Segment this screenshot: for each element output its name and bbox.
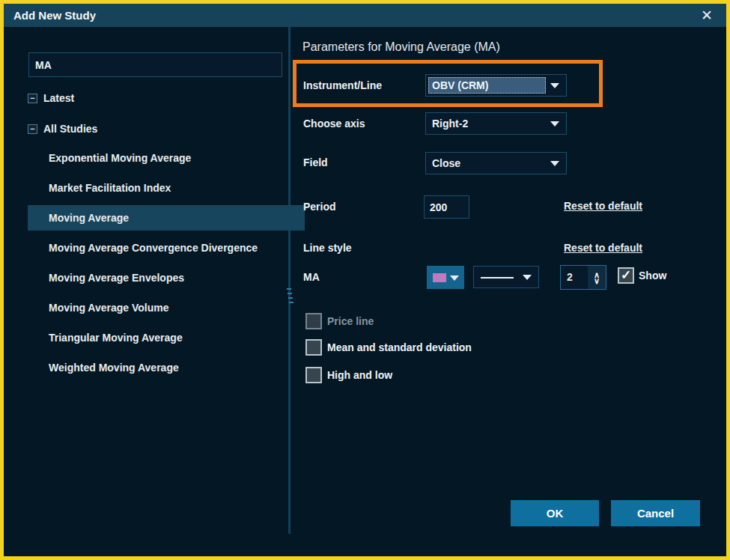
check-icon: ✓ [619, 269, 633, 282]
tree-item-label: Exponential Moving Average [49, 152, 191, 164]
chevron-down-icon [450, 276, 459, 281]
tree-group-label: All Studies [43, 123, 97, 135]
tree-item-label: Weighted Moving Average [49, 362, 179, 374]
tree-group-label: Latest [43, 92, 74, 104]
tree-item-market-facilitation-index[interactable]: Market Facilitation Index [4, 175, 329, 201]
study-search-input[interactable] [28, 52, 282, 77]
ma-line-width-value: 2 [561, 266, 588, 289]
tree-item-macd[interactable]: Moving Average Convergence Divergence [4, 235, 329, 261]
tree-group-latest[interactable]: − Latest [4, 85, 285, 111]
close-icon[interactable]: ✕ [696, 4, 717, 27]
tree-item-moving-average-volume[interactable]: Moving Average Volume [4, 295, 329, 320]
price-line-label: Price line [327, 313, 374, 329]
tree-item-label: Moving Average Convergence Divergence [49, 242, 258, 254]
field-label: Field [303, 155, 328, 170]
ma-label: MA [303, 270, 320, 284]
dialog-title: Add New Study [13, 4, 96, 27]
ma-color-picker-button[interactable] [427, 266, 464, 289]
parameters-heading: Parameters for Moving Average (MA) [302, 40, 500, 54]
high-and-low-label: High and low [327, 367, 392, 383]
show-label: Show [639, 268, 666, 283]
mean-std-deviation-checkbox[interactable] [305, 339, 322, 356]
price-line-checkbox [305, 313, 322, 329]
tree-item-label: Moving Average Envelopes [49, 272, 184, 284]
tree-item-label: Moving Average [49, 212, 129, 224]
tree-item-triangular-moving-average[interactable]: Triangular Moving Average [4, 325, 329, 350]
tree-item-moving-average-selected[interactable]: Moving Average [28, 205, 305, 231]
tree-item-moving-average-envelopes[interactable]: Moving Average Envelopes [4, 265, 329, 290]
line-style-label: Line style [303, 240, 352, 255]
choose-axis-label: Choose axis [303, 116, 365, 131]
ma-line-width-stepper[interactable]: 2 ∧ ∨ [560, 265, 606, 290]
high-and-low-checkbox[interactable] [305, 367, 322, 383]
stepper-down-icon[interactable]: ∨ [594, 278, 600, 284]
add-new-study-dialog: Add New Study ✕ − Latest − All Studies E… [0, 0, 730, 560]
field-value: Close [432, 153, 460, 174]
choose-axis-value: Right-2 [432, 113, 468, 134]
choose-axis-dropdown[interactable]: Right-2 [425, 112, 567, 135]
tree-group-all-studies[interactable]: − All Studies [4, 116, 285, 141]
cancel-button[interactable]: Cancel [611, 500, 700, 526]
title-bar: Add New Study ✕ [4, 4, 726, 27]
solid-line-sample [481, 277, 514, 279]
chevron-down-icon[interactable] [550, 121, 559, 127]
period-reset-link[interactable]: Reset to default [564, 200, 642, 212]
ok-button[interactable]: OK [511, 500, 599, 526]
chevron-down-icon[interactable] [550, 83, 559, 88]
tree-item-label: Moving Average Volume [49, 302, 169, 314]
instrument-line-dropdown[interactable]: OBV (CRM) [425, 74, 567, 97]
stepper-buttons[interactable]: ∧ ∨ [588, 266, 606, 289]
mean-std-deviation-label: Mean and standard deviation [327, 339, 472, 356]
tree-item-label: Triangular Moving Average [49, 332, 183, 344]
show-checkbox[interactable]: ✓ [618, 267, 634, 284]
period-input[interactable] [424, 195, 469, 219]
tree-item-exponential-moving-average[interactable]: Exponential Moving Average [4, 145, 329, 171]
instrument-line-value: OBV (CRM) [428, 77, 546, 94]
field-dropdown[interactable]: Close [425, 152, 567, 174]
ma-line-style-dropdown[interactable] [473, 266, 539, 288]
collapse-icon[interactable]: − [28, 94, 37, 103]
collapse-icon[interactable]: − [28, 124, 37, 134]
chevron-down-icon[interactable] [523, 275, 532, 280]
tree-item-weighted-moving-average[interactable]: Weighted Moving Average [4, 355, 329, 380]
line-style-reset-link[interactable]: Reset to default [564, 242, 642, 254]
ma-color-swatch [433, 273, 446, 282]
chevron-down-icon[interactable] [550, 161, 559, 166]
period-label: Period [303, 199, 336, 214]
tree-item-label: Market Facilitation Index [49, 182, 171, 194]
